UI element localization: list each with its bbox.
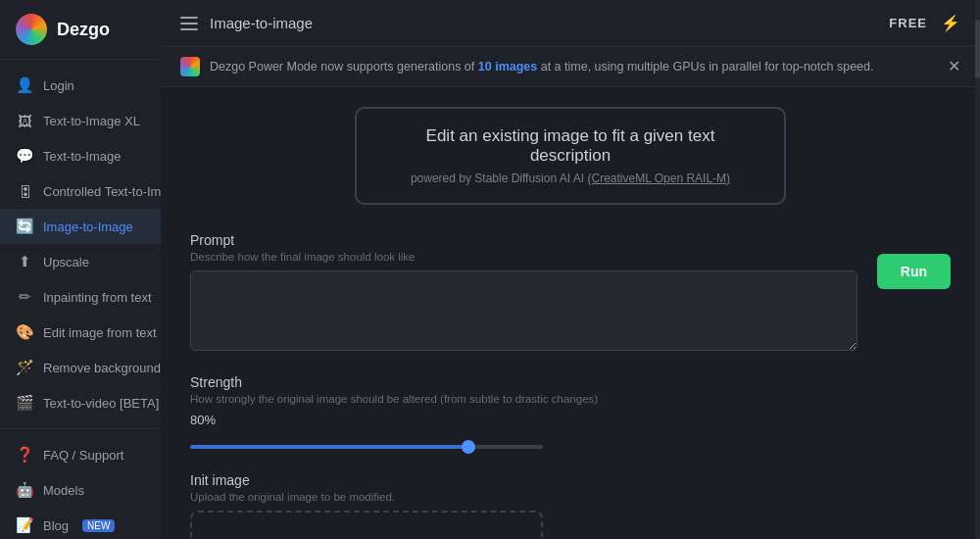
hero-box: Edit an existing image to fit a given te…: [355, 107, 786, 205]
init-image-hint: Upload the original image to be modified…: [190, 491, 951, 503]
sidebar-item-remove-background[interactable]: 🪄 Remove background: [0, 350, 161, 385]
badge-blog: NEW: [82, 519, 115, 532]
image-to-image-icon: 🔄: [16, 218, 33, 235]
init-image-section: Init image Upload the original image to …: [190, 472, 951, 539]
sidebar-item-label: Login: [43, 78, 74, 93]
controlled-text-to-image-icon: 🎛: [16, 182, 33, 200]
sidebar-item-label: Text-to-Image: [43, 149, 121, 164]
models-icon: 🤖: [16, 481, 33, 499]
upscale-icon: ⬆: [16, 253, 33, 270]
strength-label: Strength: [190, 374, 951, 390]
init-image-label: Init image: [190, 472, 951, 488]
page-title: Image-to-image: [210, 15, 313, 31]
hero-title: Edit an existing image to fit a given te…: [386, 126, 755, 166]
text-to-image-icon: 💬: [16, 147, 33, 165]
announcement-banner: Dezgo Power Mode now supports generation…: [161, 47, 980, 87]
logo-text: Dezgo: [57, 20, 110, 40]
sidebar-item-label: Text-to-Image XL: [43, 114, 140, 128]
run-button[interactable]: Run: [877, 254, 951, 289]
sidebar-item-image-to-image[interactable]: 🔄 Image-to-Image: [0, 209, 161, 244]
sidebar: Dezgo 👤 Login 🖼 Text-to-Image XL 💬 Text-…: [0, 0, 161, 539]
free-badge: FREE: [889, 16, 927, 30]
sidebar-item-text-to-video[interactable]: 🎬 Text-to-video [BETA]: [0, 385, 161, 420]
sidebar-nav: 👤 Login 🖼 Text-to-Image XL 💬 Text-to-Ima…: [0, 60, 161, 428]
announcement-logo-icon: [180, 57, 200, 76]
announcement-text: Dezgo Power Mode now supports generation…: [210, 60, 938, 74]
text-to-image-xl-icon: 🖼: [16, 112, 33, 129]
sidebar-item-text-to-image[interactable]: 💬 Text-to-Image: [0, 138, 161, 173]
sidebar-item-label: Image-to-Image: [43, 220, 133, 234]
sidebar-item-label: Inpainting from text: [43, 290, 152, 305]
lightning-icon[interactable]: ⚡: [941, 14, 960, 32]
strength-value: 80%: [190, 413, 951, 427]
logo-icon: [16, 14, 47, 45]
hero-subtitle-text: powered by Stable Diffusion AI: [411, 172, 570, 185]
remove-background-icon: 🪄: [16, 359, 33, 376]
hero-subtitle-link[interactable]: (CreativeML Open RAIL-M): [587, 172, 730, 185]
inpainting-from-text-icon: ✏: [16, 288, 33, 306]
prompt-input[interactable]: [190, 270, 858, 351]
prompt-hint: Describe how the final image should look…: [190, 251, 858, 263]
strength-hint: How strongly the original image should b…: [190, 393, 951, 405]
close-icon[interactable]: ✕: [948, 59, 960, 74]
prompt-left: Prompt Describe how the final image shou…: [190, 232, 858, 355]
sidebar-item-label: Edit image from text: [43, 325, 157, 340]
announcement-highlight[interactable]: 10 images: [478, 60, 537, 74]
init-image-dropzone[interactable]: Max: 512x512px (auto-resized) Drag and d…: [190, 511, 543, 539]
sidebar-item-label: FAQ / Support: [43, 448, 123, 463]
sidebar-item-inpainting-from-text[interactable]: ✏ Inpainting from text: [0, 279, 161, 315]
sidebar-item-edit-image-from-text[interactable]: 🎨 Edit image from text: [0, 315, 161, 350]
sidebar-bottom: ❓ FAQ / Support 🤖 Models 📝 Blog NEW ⚡ AP…: [0, 428, 161, 539]
faq-icon: ❓: [16, 446, 33, 464]
announcement-text-after: at a time, using multiple GPUs in parall…: [537, 60, 873, 74]
topbar: Image-to-image FREE ⚡: [161, 0, 980, 47]
page-body: Edit an existing image to fit a given te…: [161, 87, 980, 539]
topbar-right: FREE ⚡: [889, 14, 960, 32]
scrollbar-thumb[interactable]: [975, 20, 980, 78]
sidebar-item-text-to-image-xl[interactable]: 🖼 Text-to-Image XL: [0, 103, 161, 138]
text-to-video-icon: 🎬: [16, 394, 33, 412]
prompt-label: Prompt: [190, 232, 858, 248]
login-icon: 👤: [16, 76, 33, 94]
strength-slider-container: [190, 435, 951, 453]
sidebar-item-label: Upscale: [43, 255, 89, 270]
hero-subtitle: powered by Stable Diffusion AI AI (Creat…: [386, 172, 755, 185]
sidebar-item-label: Blog: [43, 518, 69, 533]
strength-slider[interactable]: [190, 445, 543, 449]
sidebar-item-login[interactable]: 👤 Login: [0, 68, 161, 103]
prompt-section: Prompt Describe how the final image shou…: [190, 232, 951, 355]
main-content: Image-to-image FREE ⚡ Dezgo Power Mode n…: [161, 0, 980, 539]
sidebar-logo[interactable]: Dezgo: [0, 0, 161, 60]
sidebar-item-label: Models: [43, 483, 84, 498]
edit-image-from-text-icon: 🎨: [16, 323, 33, 341]
menu-icon[interactable]: [180, 17, 198, 30]
sidebar-item-label: Controlled Text-to-Image: [43, 184, 161, 199]
blog-icon: 📝: [16, 516, 33, 534]
sidebar-item-models[interactable]: 🤖 Models: [0, 472, 161, 508]
scrollbar-track[interactable]: [975, 0, 980, 539]
sidebar-item-blog[interactable]: 📝 Blog NEW: [0, 508, 161, 539]
strength-section: Strength How strongly the original image…: [190, 374, 951, 453]
prompt-right: Run: [877, 232, 951, 289]
prompt-row: Prompt Describe how the final image shou…: [190, 232, 951, 355]
sidebar-item-label: Text-to-video [BETA]: [43, 396, 159, 411]
sidebar-item-label: Remove background: [43, 361, 161, 375]
sidebar-item-upscale[interactable]: ⬆ Upscale: [0, 244, 161, 279]
sidebar-item-faq[interactable]: ❓ FAQ / Support: [0, 437, 161, 472]
announcement-text-before: Dezgo Power Mode now supports generation…: [210, 60, 478, 74]
sidebar-item-controlled-text-to-image[interactable]: 🎛 Controlled Text-to-Image: [0, 173, 161, 209]
